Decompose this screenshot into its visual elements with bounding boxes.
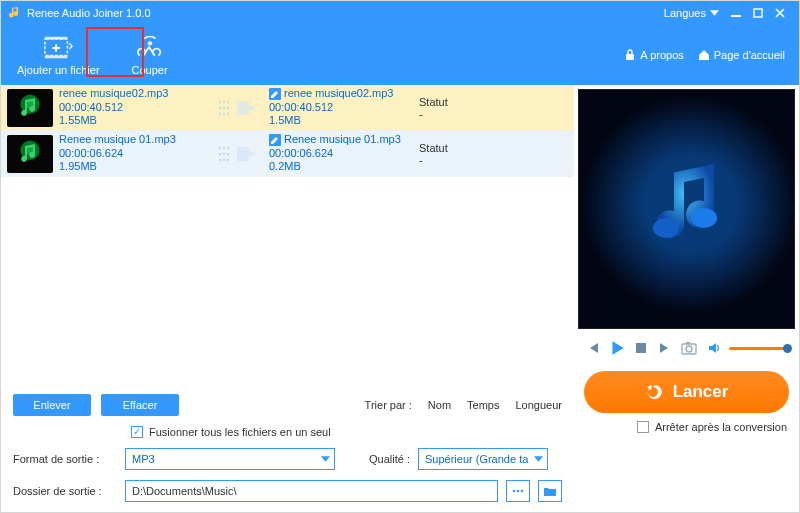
language-label: Langues <box>664 7 706 19</box>
close-button[interactable] <box>769 5 791 21</box>
stop-after-checkbox[interactable] <box>637 421 649 433</box>
merge-label: Fusionner tous les fichiers en un seul <box>149 426 331 438</box>
merge-checkbox-row: Fusionner tous les fichiers en un seul <box>13 426 562 438</box>
sort-by-name[interactable]: Nom <box>428 399 451 411</box>
play-button[interactable] <box>608 339 626 357</box>
svg-point-17 <box>223 146 226 149</box>
sort-controls: Trier par : Nom Temps Longueur <box>189 399 562 411</box>
cut-button[interactable]: Couper <box>116 25 184 85</box>
volume-thumb[interactable] <box>783 344 792 353</box>
format-value: MP3 <box>132 453 155 465</box>
app-title: Renee Audio Joiner 1.0.0 <box>27 7 151 19</box>
about-link[interactable]: A propos <box>624 49 683 61</box>
svg-point-18 <box>227 146 230 149</box>
svg-point-5 <box>148 41 152 45</box>
sort-by-length[interactable]: Longueur <box>516 399 563 411</box>
clear-button[interactable]: Effacer <box>101 394 179 416</box>
toolbar-right-links: A propos Page d'accueil <box>624 25 799 85</box>
edit-icon[interactable] <box>269 134 281 146</box>
arrow-icon <box>209 144 269 164</box>
volume-slider[interactable] <box>729 347 789 350</box>
svg-point-20 <box>223 152 226 155</box>
svg-rect-33 <box>686 342 690 344</box>
sort-by-time[interactable]: Temps <box>467 399 499 411</box>
svg-point-25 <box>513 490 516 493</box>
stop-button[interactable] <box>632 339 650 357</box>
maximize-button[interactable] <box>747 5 769 21</box>
format-select[interactable]: MP3 <box>125 448 335 470</box>
dst-duration: 00:00:06.624 <box>269 147 419 161</box>
file-row[interactable]: Renee musique 01.mp3 00:00:06.624 1.95MB… <box>1 131 574 177</box>
ellipsis-icon <box>511 485 525 497</box>
file-thumbnail <box>7 135 53 173</box>
minimize-button[interactable] <box>725 5 747 21</box>
stop-after-label: Arrêter après la conversion <box>655 421 787 433</box>
status-value: - <box>419 154 479 166</box>
title-bar: Renee Audio Joiner 1.0.0 Langues <box>1 1 799 25</box>
output-folder-value: D:\Documents\Music\ <box>132 485 237 497</box>
status-label: Statut <box>419 96 479 108</box>
svg-point-15 <box>227 112 230 115</box>
output-folder-field[interactable]: D:\Documents\Music\ <box>125 480 498 502</box>
svg-point-14 <box>223 112 226 115</box>
svg-rect-30 <box>636 343 646 353</box>
music-note-icon <box>632 154 742 264</box>
toolbar: Ajouter un fichier Couper A propos Page … <box>1 25 799 85</box>
language-menu[interactable]: Langues <box>664 7 719 19</box>
dst-size: 1.5MB <box>269 114 419 128</box>
src-filename: renee musique02.mp3 <box>59 87 209 101</box>
volume-control <box>705 339 789 357</box>
svg-point-27 <box>521 490 524 493</box>
stop-after-row: Arrêter après la conversion <box>574 417 799 441</box>
svg-point-11 <box>223 106 226 109</box>
status-label: Statut <box>419 142 479 154</box>
remove-button[interactable]: Enlever <box>13 394 91 416</box>
file-list: renee musique02.mp3 00:00:40.512 1.55MB … <box>1 85 574 386</box>
src-filename: Renee musique 01.mp3 <box>59 133 209 147</box>
preview-pane <box>578 89 795 329</box>
app-logo-icon <box>9 7 21 19</box>
app-window: Renee Audio Joiner 1.0.0 Langues Ajouter… <box>0 0 800 513</box>
file-row[interactable]: renee musique02.mp3 00:00:40.512 1.55MB … <box>1 85 574 131</box>
edit-icon[interactable] <box>269 88 281 100</box>
next-button[interactable] <box>656 339 674 357</box>
add-file-label: Ajouter un fichier <box>17 64 100 76</box>
src-duration: 00:00:06.624 <box>59 147 209 161</box>
svg-point-28 <box>653 218 679 238</box>
lock-icon <box>624 49 636 61</box>
chevron-down-icon <box>534 456 543 462</box>
left-panel: renee musique02.mp3 00:00:40.512 1.55MB … <box>1 85 574 512</box>
player-controls <box>574 329 799 361</box>
svg-point-19 <box>219 152 222 155</box>
about-label: A propos <box>640 49 683 61</box>
svg-rect-1 <box>754 9 762 17</box>
dst-size: 0.2MB <box>269 160 419 174</box>
svg-point-22 <box>219 158 222 161</box>
dst-duration: 00:00:40.512 <box>269 101 419 115</box>
status-col: Statut - <box>419 96 479 120</box>
status-col: Statut - <box>419 142 479 166</box>
svg-point-9 <box>227 100 230 103</box>
prev-button[interactable] <box>584 339 602 357</box>
home-icon <box>698 49 710 61</box>
snapshot-button[interactable] <box>680 339 698 357</box>
main-area: renee musique02.mp3 00:00:40.512 1.55MB … <box>1 85 799 512</box>
quality-select[interactable]: Supérieur (Grande ta <box>418 448 548 470</box>
chevron-down-icon <box>710 10 719 16</box>
svg-rect-3 <box>45 37 68 40</box>
cut-label: Couper <box>132 64 168 76</box>
launch-button[interactable]: Lancer <box>584 371 789 413</box>
svg-point-21 <box>227 152 230 155</box>
home-link[interactable]: Page d'accueil <box>698 49 785 61</box>
dest-info: Renee musique 01.mp3 00:00:06.624 0.2MB <box>269 133 419 174</box>
open-folder-button[interactable] <box>538 480 562 502</box>
svg-point-26 <box>517 490 520 493</box>
source-info: Renee musique 01.mp3 00:00:06.624 1.95MB <box>59 133 209 174</box>
volume-icon[interactable] <box>705 339 723 357</box>
browse-folder-button[interactable] <box>506 480 530 502</box>
svg-point-24 <box>227 158 230 161</box>
folder-label: Dossier de sortie : <box>13 485 117 497</box>
merge-checkbox[interactable] <box>131 426 143 438</box>
add-file-button[interactable]: Ajouter un fichier <box>1 25 116 85</box>
svg-rect-0 <box>731 15 741 17</box>
